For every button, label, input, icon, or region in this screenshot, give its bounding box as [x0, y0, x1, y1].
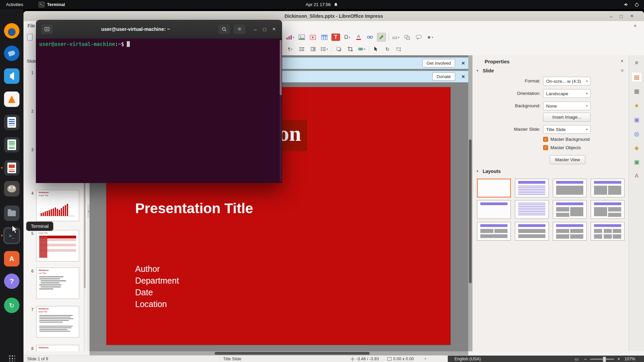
section-options-icon[interactable]: ≡	[621, 68, 624, 73]
checkbox-checked-icon[interactable]: ✓	[543, 137, 548, 142]
layout-6content[interactable]	[591, 222, 625, 241]
minimize-button[interactable]: –	[606, 11, 616, 21]
styles-icon[interactable]: A	[631, 171, 642, 181]
slide-thumbnail-8[interactable]: Dickinson	[36, 345, 79, 351]
terminal-maximize-button[interactable]: □	[260, 24, 269, 34]
close-notification-icon[interactable]: ×	[460, 73, 467, 80]
scrollbar-handle[interactable]	[280, 40, 282, 95]
master-objects-checkbox[interactable]: ✓ Master Objects	[543, 145, 581, 150]
master-slide-dropdown[interactable]: Title Slide ▾	[543, 125, 591, 134]
insert-table-icon[interactable]	[320, 33, 329, 42]
zoom-level[interactable]: 107%	[625, 356, 635, 362]
layout-title-subtitle[interactable]	[515, 179, 549, 197]
files-icon[interactable]	[4, 205, 19, 221]
lo-impress-icon[interactable]	[4, 160, 19, 176]
layout-4content[interactable]	[553, 222, 587, 241]
new-document-icon[interactable]	[25, 33, 34, 42]
lo-writer-icon[interactable]	[4, 115, 19, 130]
thunderbird-icon[interactable]	[4, 46, 19, 61]
star-shapes-icon[interactable]: ★ ▾	[426, 33, 434, 42]
software-updater-icon[interactable]: ↻	[4, 298, 19, 313]
image-filter-icon[interactable]: ▾	[357, 45, 366, 54]
collapse-section-icon[interactable]: ▾	[477, 169, 478, 173]
layout-content-over-content[interactable]	[515, 222, 549, 241]
slide-body-line[interactable]: Date	[135, 288, 153, 297]
callout-shapes-icon[interactable]	[414, 33, 423, 42]
basic-shapes-icon[interactable]: ▭ ▾	[391, 33, 400, 42]
zoom-slider-thumb[interactable]	[603, 357, 606, 362]
slide-thumbnail-6[interactable]: Dickinson List Title	[36, 267, 79, 299]
insert-image-button[interactable]: Insert Image...	[543, 113, 591, 122]
sidebar-properties-icon[interactable]: ▤	[631, 72, 642, 82]
master-view-button[interactable]: Master View	[550, 155, 585, 164]
format-dropdown[interactable]: On-scre... w (4:3) ▾	[543, 77, 591, 85]
master-background-checkbox[interactable]: ✓ Master Background	[543, 137, 590, 142]
terminal-minimize-button[interactable]: –	[251, 24, 260, 34]
collapse-section-icon[interactable]: ▾	[477, 69, 478, 72]
slide-thumbnail-4[interactable]: Dickinson Graph Title	[36, 190, 79, 221]
slide-thumbnail-7[interactable]: Dickinson Slide Title	[36, 306, 79, 338]
scrollbar-handle[interactable]	[215, 352, 370, 355]
search-button[interactable]	[218, 24, 230, 35]
layout-content-2content[interactable]	[591, 200, 625, 219]
orientation-dropdown[interactable]: Landscape ▾	[543, 89, 591, 98]
layout-title-only[interactable]	[477, 200, 511, 219]
rotate-icon[interactable]: ↻	[383, 45, 392, 54]
gallery-icon[interactable]: ▣	[631, 157, 642, 167]
clock[interactable]: Apr 21 17:56	[306, 2, 330, 7]
vlc-icon[interactable]	[4, 92, 19, 107]
bullet-list-icon[interactable]: ▾	[320, 45, 329, 54]
terminal-scrollbar[interactable]	[280, 40, 282, 182]
scrollbar-handle[interactable]	[84, 170, 86, 288]
ubuntu-software-icon[interactable]: A	[4, 251, 19, 266]
insert-image-icon[interactable]	[297, 33, 306, 42]
line-spacing-icon[interactable]	[297, 45, 306, 54]
layout-2content-content[interactable]	[553, 200, 587, 219]
layout-centered-text[interactable]	[515, 200, 549, 219]
background-dropdown[interactable]: None ▾	[543, 102, 591, 110]
help-icon[interactable]: ?	[4, 274, 19, 289]
special-character-icon[interactable]: Ω ▾	[343, 33, 352, 42]
get-involved-button[interactable]: Get involved	[422, 59, 455, 67]
slide-body-line[interactable]: Department	[135, 276, 179, 286]
insert-textbox-icon[interactable]: T	[331, 34, 340, 41]
zoom-out-icon[interactable]: –	[584, 356, 587, 362]
clock-area[interactable]: Apr 21 17:56	[306, 0, 338, 9]
checkbox-checked-icon[interactable]: ✓	[543, 145, 548, 150]
maximize-button[interactable]: □	[616, 11, 626, 21]
firefox-icon[interactable]	[4, 23, 19, 39]
glue-points-icon[interactable]	[394, 45, 403, 54]
zoom-slider[interactable]	[590, 359, 614, 360]
select-tool-icon[interactable]	[372, 45, 380, 54]
increase-indent-icon[interactable]	[309, 45, 317, 54]
terminal-body[interactable]: user@user-virtual-machine:~$	[36, 39, 282, 183]
splitter-handle[interactable]: ◂	[87, 204, 90, 218]
activities-button[interactable]: Activities	[0, 0, 29, 9]
zoom-fit-icon[interactable]: ▭	[575, 356, 579, 362]
insert-media-icon[interactable]	[309, 33, 317, 42]
hyperlink-icon[interactable]	[366, 33, 374, 42]
focused-app-menu[interactable]: >_ Terminal	[39, 2, 65, 7]
scrollbar-handle[interactable]	[469, 139, 472, 283]
slide-body-line[interactable]: Author	[135, 264, 160, 274]
new-tab-button[interactable]	[41, 24, 53, 35]
menu-button[interactable]: ≡	[233, 24, 246, 35]
shadow-icon[interactable]	[334, 45, 343, 54]
layouts-section-header[interactable]: Layouts	[483, 169, 501, 174]
vertical-scrollbar[interactable]	[468, 55, 472, 351]
close-notification-icon[interactable]: ×	[460, 60, 467, 67]
close-panel-icon[interactable]: ×	[621, 58, 624, 64]
close-document-icon[interactable]: ×	[634, 23, 637, 28]
animation-icon[interactable]: ★	[631, 101, 642, 111]
horizontal-scrollbar[interactable]	[90, 351, 468, 355]
font-color-icon[interactable]: A	[354, 33, 363, 42]
menu-file[interactable]: File	[28, 23, 35, 28]
show-draw-functions-icon[interactable]	[377, 33, 386, 42]
terminal-titlebar[interactable]: user@user-virtual-machine: ~ ≡ – □ ×	[36, 20, 282, 39]
close-button[interactable]: ×	[627, 11, 637, 21]
paragraph-spacing-icon[interactable]: ¶ ▾	[286, 45, 294, 54]
sidebar-settings-icon[interactable]: ≡	[631, 58, 642, 68]
system-status-area[interactable]	[624, 0, 639, 9]
terminal-close-button[interactable]: ×	[269, 24, 279, 34]
gimp-icon[interactable]	[4, 181, 19, 196]
